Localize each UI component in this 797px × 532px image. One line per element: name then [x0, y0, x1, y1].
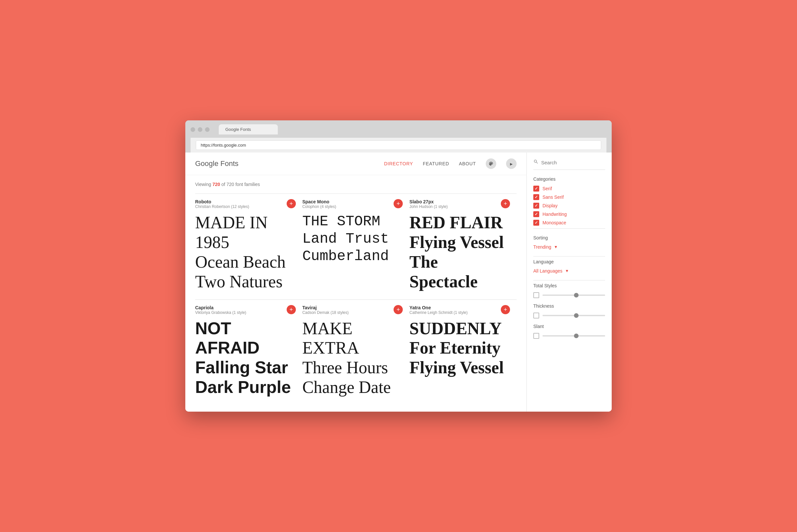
category-handwriting-label: Handwriting [543, 212, 567, 217]
address-bar[interactable]: https://fonts.google.com [196, 140, 601, 150]
categories-title: Categories [533, 176, 605, 182]
sorting-section: Sorting Trending ▼ [533, 235, 605, 250]
divider-1 [533, 228, 605, 229]
font-card-header: Slabo 27px John Hudson (1 style) + [409, 199, 510, 209]
total-styles-thumb[interactable] [574, 293, 578, 298]
font-card-spacemono: Space Mono Colophon (4 styles) + THE STO… [302, 193, 410, 299]
font-preview: NOT AFRAIDFalling StarDark Purple [195, 319, 296, 397]
viewing-count: 720 [212, 182, 220, 187]
fonts-grid: Roboto Christian Robertson (12 styles) +… [195, 193, 516, 405]
checkbox-handwriting[interactable] [533, 211, 539, 217]
add-spacemono-button[interactable]: + [394, 199, 403, 208]
font-preview: RED FLAIRFlying VesselThe Spectacle [409, 213, 510, 291]
add-capriola-button[interactable]: + [287, 305, 296, 314]
font-author: Colophon (4 styles) [302, 204, 336, 209]
category-display-label: Display [543, 203, 557, 208]
language-title: Language [533, 259, 605, 264]
total-styles-checkbox[interactable] [533, 292, 539, 298]
font-card-taviraj: Taviraj Cadson Demak (18 styles) + MAKE … [302, 300, 410, 405]
browser-tab[interactable]: Google Fonts [219, 124, 278, 134]
font-preview: THE STORMLand TrustCumberland [302, 213, 403, 265]
thickness-section: Thickness [533, 303, 605, 319]
font-name: Slabo 27px [409, 199, 448, 204]
theme-icon[interactable] [486, 158, 496, 169]
font-preview: MAKE EXTRAThree HoursChange Date [302, 319, 403, 397]
add-yatra-button[interactable]: + [501, 305, 510, 314]
thickness-slider[interactable] [543, 315, 605, 316]
nav-links: DIRECTORY FEATURED ABOUT ▸ [384, 158, 516, 169]
search-icon [533, 159, 538, 166]
nav-directory[interactable]: DIRECTORY [384, 161, 413, 166]
checkbox-monospace[interactable] [533, 220, 539, 226]
total-styles-title: Total Styles [533, 283, 605, 288]
logo: Google Fonts [195, 159, 239, 168]
sorting-select[interactable]: Trending ▼ [533, 244, 605, 250]
search-input[interactable] [541, 160, 605, 165]
font-preview: MADE IN 1985Ocean BeachTwo Natures [195, 213, 296, 291]
font-author: Cadson Demak (18 styles) [302, 310, 349, 315]
slant-thumb[interactable] [574, 334, 578, 338]
checkbox-sans-serif[interactable] [533, 194, 539, 200]
checkbox-serif[interactable] [533, 186, 539, 192]
thickness-checkbox[interactable] [533, 312, 539, 319]
category-monospace-label: Monospace [543, 220, 566, 225]
font-author: Christian Robertson (12 styles) [195, 204, 249, 209]
category-sans-serif-label: Sans Serif [543, 194, 564, 200]
slant-slider-row [533, 333, 605, 339]
add-roboto-button[interactable]: + [287, 199, 296, 208]
slant-title: Slant [533, 324, 605, 329]
language-value: All Languages [533, 268, 563, 273]
font-card-roboto: Roboto Christian Robertson (12 styles) +… [195, 193, 302, 299]
category-serif[interactable]: Serif [533, 186, 605, 192]
browser-content: Google Fonts DIRECTORY FEATURED ABOUT ▸ … [185, 153, 612, 411]
font-card-header: Roboto Christian Robertson (12 styles) + [195, 199, 296, 209]
font-author: Viktoriya Grabowska (1 style) [195, 310, 246, 315]
language-dropdown-arrow[interactable]: ▼ [565, 269, 569, 273]
divider-2 [533, 256, 605, 256]
main-area: Google Fonts DIRECTORY FEATURED ABOUT ▸ … [185, 153, 527, 411]
sidebar: Categories Serif Sans Serif Display Hand… [527, 153, 612, 411]
viewing-suffix: of 720 font families [220, 182, 260, 187]
category-handwriting[interactable]: Handwriting [533, 211, 605, 217]
font-name: Capriola [195, 305, 246, 310]
category-monospace[interactable]: Monospace [533, 220, 605, 226]
font-card-yatra: Yatra One Catherine Leigh Schmidt (1 sty… [409, 300, 516, 405]
category-display[interactable]: Display [533, 203, 605, 209]
font-name: Space Mono [302, 199, 336, 204]
font-card-header: Taviraj Cadson Demak (18 styles) + [302, 305, 403, 315]
thickness-title: Thickness [533, 303, 605, 309]
browser-chrome: Google Fonts https://fonts.google.com [185, 120, 612, 153]
browser-toolbar: https://fonts.google.com [191, 138, 606, 153]
language-select[interactable]: All Languages ▼ [533, 268, 605, 273]
total-styles-slider-row [533, 292, 605, 298]
fonts-area: Viewing 720 of 720 font families Roboto … [185, 175, 527, 411]
category-sans-serif[interactable]: Sans Serif [533, 194, 605, 200]
font-card-capriola: Capriola Viktoriya Grabowska (1 style) +… [195, 300, 302, 405]
font-card-header: Yatra One Catherine Leigh Schmidt (1 sty… [409, 305, 510, 315]
search-box [533, 159, 605, 170]
font-card-slabo: Slabo 27px John Hudson (1 style) + RED F… [409, 193, 516, 299]
slant-slider[interactable] [543, 335, 605, 337]
browser-dot-yellow[interactable] [198, 127, 202, 132]
browser-dot-green[interactable] [205, 127, 210, 132]
sorting-dropdown-arrow[interactable]: ▼ [554, 245, 558, 249]
slant-section: Slant [533, 324, 605, 339]
total-styles-slider[interactable] [543, 294, 605, 296]
slant-checkbox[interactable] [533, 333, 539, 339]
font-author: John Hudson (1 style) [409, 204, 448, 209]
thickness-thumb[interactable] [574, 313, 578, 318]
browser-window: Google Fonts https://fonts.google.com Go… [185, 120, 612, 411]
sorting-title: Sorting [533, 235, 605, 241]
add-slabo-button[interactable]: + [501, 199, 510, 208]
add-taviraj-button[interactable]: + [394, 305, 403, 314]
category-serif-label: Serif [543, 186, 552, 191]
nav-about[interactable]: ABOUT [459, 161, 476, 166]
browser-controls: Google Fonts [191, 124, 606, 134]
viewing-text: Viewing 720 of 720 font families [195, 182, 516, 187]
checkbox-display[interactable] [533, 203, 539, 209]
more-icon[interactable]: ▸ [506, 158, 516, 169]
nav-featured[interactable]: FEATURED [423, 161, 449, 166]
divider-3 [533, 280, 605, 281]
top-nav: Google Fonts DIRECTORY FEATURED ABOUT ▸ [185, 153, 527, 175]
browser-dot-red[interactable] [191, 127, 195, 132]
